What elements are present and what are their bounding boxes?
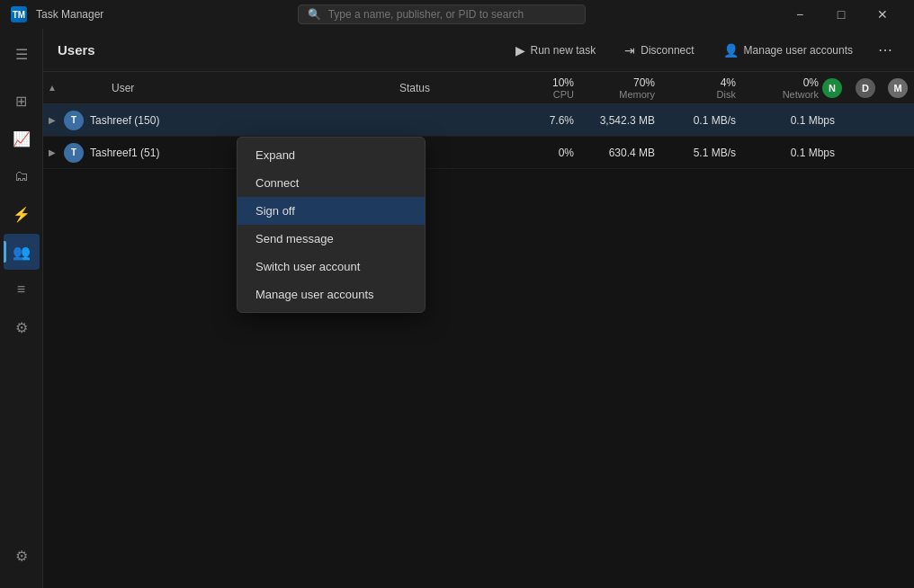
context-menu-manageaccounts[interactable]: Manage user accounts xyxy=(237,281,425,308)
network-value: 0.1 Mbps xyxy=(750,114,849,127)
context-menu-sendmessage[interactable]: Send message xyxy=(237,225,425,253)
user-name: Tashreef (150) xyxy=(86,114,399,127)
run-task-icon: ▶ xyxy=(515,43,525,58)
startup-icon: ⚡ xyxy=(13,206,31,223)
sidebar-item-startup[interactable]: ⚡ xyxy=(4,196,40,232)
content-area: Users ▶ Run new task ⇥ Disconnect 👤 Mana… xyxy=(43,29,914,588)
avatar-m: M xyxy=(888,78,908,98)
col-m-header: M xyxy=(882,78,914,98)
table-row[interactable]: ▶ T Tashreef1 (51) 0% 630.4 MB 5.1 MB/s … xyxy=(43,137,914,169)
table-area: ▲ User Status 10% CPU 70% Memory 4% Disk xyxy=(43,72,914,588)
user-avatar-col: T xyxy=(61,143,86,163)
sidebar-top: ⊞ 📈 🗂 ⚡ 👥 ≡ ⚙ xyxy=(4,83,40,534)
avatar: T xyxy=(64,143,84,163)
disconnect-label: Disconnect xyxy=(641,44,694,57)
manage-accounts-icon: 👤 xyxy=(723,43,739,58)
apphistory-icon: 🗂 xyxy=(14,168,29,184)
network-value: 0.1 Mbps xyxy=(750,147,849,159)
settings-icon: ⚙ xyxy=(15,548,28,565)
sidebar-item-users[interactable]: 👥 xyxy=(4,234,40,270)
context-menu-connect[interactable]: Connect xyxy=(237,169,425,197)
title-bar: TM Task Manager 🔍 − □ ✕ xyxy=(0,0,914,29)
sidebar-item-apphistory[interactable]: 🗂 xyxy=(4,158,40,194)
title-bar-controls: − □ ✕ xyxy=(779,0,903,29)
cpu-value: 7.6% xyxy=(507,114,588,127)
search-bar[interactable]: 🔍 xyxy=(298,4,586,24)
sidebar-item-services[interactable]: ⚙ xyxy=(4,309,40,345)
manage-user-accounts-label: Manage user accounts xyxy=(744,44,853,57)
details-icon: ≡ xyxy=(17,281,25,298)
col-status-header: Status xyxy=(399,82,507,94)
search-icon: 🔍 xyxy=(308,8,321,21)
col-memory-header: 70% Memory xyxy=(588,76,669,100)
memory-value: 630.4 MB xyxy=(588,147,669,159)
sidebar: ☰ ⊞ 📈 🗂 ⚡ 👥 ≡ ⚙ xyxy=(0,29,43,588)
sidebar-item-details[interactable]: ≡ xyxy=(4,272,40,307)
col-user-header: User xyxy=(108,82,399,94)
minimize-button[interactable]: − xyxy=(779,0,820,29)
context-menu: Expand Connect Sign off Send message Swi… xyxy=(237,137,426,313)
sidebar-item-overview[interactable]: ⊞ xyxy=(4,83,40,119)
sidebar-bottom: ⚙ xyxy=(4,538,40,581)
performance-icon: 📈 xyxy=(13,130,31,147)
main-layout: ☰ ⊞ 📈 🗂 ⚡ 👥 ≡ ⚙ xyxy=(0,29,914,588)
search-input[interactable] xyxy=(328,8,562,21)
app-icon: TM xyxy=(11,6,27,22)
col-disk-header: 4% Disk xyxy=(669,76,750,100)
run-new-task-label: Run new task xyxy=(531,44,596,57)
column-header: ▲ User Status 10% CPU 70% Memory 4% Disk xyxy=(43,72,914,104)
sidebar-item-settings[interactable]: ⚙ xyxy=(4,538,40,574)
table-row[interactable]: ▶ T Tashreef (150) 7.6% 3,542.3 MB 0.1 M… xyxy=(43,104,914,137)
disconnect-icon: ⇥ xyxy=(624,43,635,58)
avatar: T xyxy=(64,111,84,130)
sidebar-item-performance[interactable]: 📈 xyxy=(4,120,40,156)
sort-arrow: ▲ xyxy=(43,83,61,93)
expand-arrow[interactable]: ▶ xyxy=(43,115,61,125)
col-d-header: D xyxy=(849,78,882,98)
window-title: Task Manager xyxy=(36,8,103,21)
run-new-task-button[interactable]: ▶ Run new task xyxy=(505,39,607,62)
hamburger-menu[interactable]: ☰ xyxy=(4,36,40,72)
col-cpu-header: 10% CPU xyxy=(507,76,588,100)
disk-value: 5.1 MB/s xyxy=(669,147,750,159)
context-menu-signoff[interactable]: Sign off xyxy=(237,197,425,225)
users-icon: 👥 xyxy=(13,244,31,261)
user-avatar-col: T xyxy=(61,111,86,130)
close-button[interactable]: ✕ xyxy=(862,0,903,29)
page-title: Users xyxy=(58,42,497,58)
more-options-button[interactable]: ⋯ xyxy=(871,36,900,65)
context-menu-switchuser[interactable]: Switch user account xyxy=(237,253,425,281)
maximize-button[interactable]: □ xyxy=(820,0,862,29)
avatar-d: D xyxy=(856,78,875,98)
cpu-value: 0% xyxy=(507,147,588,159)
disk-value: 0.1 MB/s xyxy=(669,114,750,127)
overview-icon: ⊞ xyxy=(15,93,27,110)
memory-value: 3,542.3 MB xyxy=(588,114,669,127)
manage-user-accounts-button[interactable]: 👤 Manage user accounts xyxy=(712,39,864,62)
network-avatar-n: N xyxy=(822,78,842,98)
title-bar-left: TM Task Manager xyxy=(11,6,103,22)
services-icon: ⚙ xyxy=(15,319,28,336)
toolbar: Users ▶ Run new task ⇥ Disconnect 👤 Mana… xyxy=(43,29,914,72)
disconnect-button[interactable]: ⇥ Disconnect xyxy=(614,39,704,62)
context-menu-expand[interactable]: Expand xyxy=(237,141,425,169)
col-network-header: 0% Network N xyxy=(750,76,849,100)
expand-arrow[interactable]: ▶ xyxy=(43,147,61,157)
